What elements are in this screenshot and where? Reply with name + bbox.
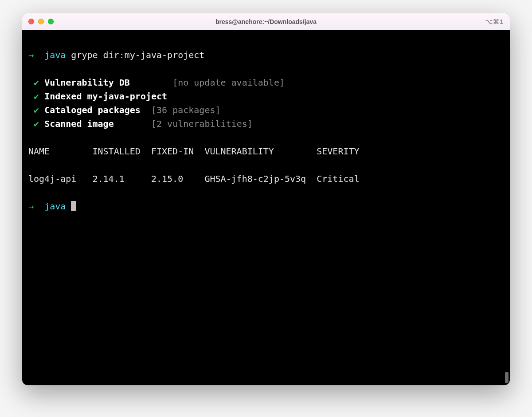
prompt-line-2[interactable]: → java [28, 200, 504, 213]
column-header: FIXED-IN [151, 146, 204, 157]
status-line: ✔ Indexed my-java-project [28, 90, 504, 103]
status-label: Scanned image [44, 118, 151, 129]
terminal-body[interactable]: → java grype dir:my-java-project ✔ Vulne… [22, 30, 510, 385]
status-note: [36 packages] [151, 105, 221, 115]
column-header: VULNERABILITY [204, 146, 317, 157]
column-header: INSTALLED [93, 146, 151, 157]
prompt-context: java [44, 50, 66, 60]
shortcut-indicator: ⌥⌘1 [485, 18, 504, 25]
window-title: bress@anchore:~/Downloads/java [215, 18, 317, 25]
prompt-arrow-icon: → [28, 201, 34, 212]
status-label: Indexed my-java-project [44, 91, 172, 102]
window-titlebar[interactable]: bress@anchore:~/Downloads/java ⌥⌘1 [22, 13, 510, 30]
check-icon: ✔ [34, 91, 39, 102]
table-header: NAME INSTALLED FIXED-IN VULNERABILITY SE… [28, 145, 504, 158]
traffic-lights [28, 19, 54, 24]
column-header: NAME [28, 146, 93, 157]
prompt-line-1: → java grype dir:my-java-project [28, 48, 504, 62]
check-icon: ✔ [34, 77, 39, 88]
column-header: SEVERITY [317, 146, 370, 157]
status-label: Cataloged packages [44, 105, 151, 115]
close-icon[interactable] [28, 19, 34, 24]
status-note: [no update available] [172, 77, 285, 88]
maximize-icon[interactable] [48, 19, 54, 24]
scrollbar[interactable] [505, 372, 509, 383]
table-cell: 2.14.1 [93, 173, 151, 184]
table-rows: log4j-api 2.14.1 2.15.0 GHSA-jfh8-c2jp-5… [28, 172, 504, 186]
status-line: ✔ Cataloged packages [36 packages] [28, 103, 504, 117]
check-icon: ✔ [34, 105, 39, 115]
command-text: grype dir:my-java-project [71, 50, 204, 60]
prompt-context: java [44, 201, 66, 212]
status-lines: ✔ Vulnerability DB [no update available]… [28, 76, 504, 131]
table-row: log4j-api 2.14.1 2.15.0 GHSA-jfh8-c2jp-5… [28, 172, 504, 186]
check-icon: ✔ [34, 118, 39, 129]
table-cell: Critical [317, 173, 370, 184]
table-cell: GHSA-jfh8-c2jp-5v3q [204, 173, 317, 184]
table-cell: log4j-api [28, 173, 93, 184]
status-label: Vulnerability DB [44, 77, 172, 88]
status-line: ✔ Vulnerability DB [no update available] [28, 76, 504, 90]
prompt-arrow-icon: → [28, 50, 34, 60]
terminal-window: bress@anchore:~/Downloads/java ⌥⌘1 → jav… [22, 13, 510, 385]
table-cell: 2.15.0 [151, 173, 204, 184]
status-note: [2 vulnerabilities] [151, 118, 253, 129]
status-line: ✔ Scanned image [2 vulnerabilities] [28, 117, 504, 131]
cursor-icon [71, 201, 76, 211]
minimize-icon[interactable] [38, 19, 44, 24]
